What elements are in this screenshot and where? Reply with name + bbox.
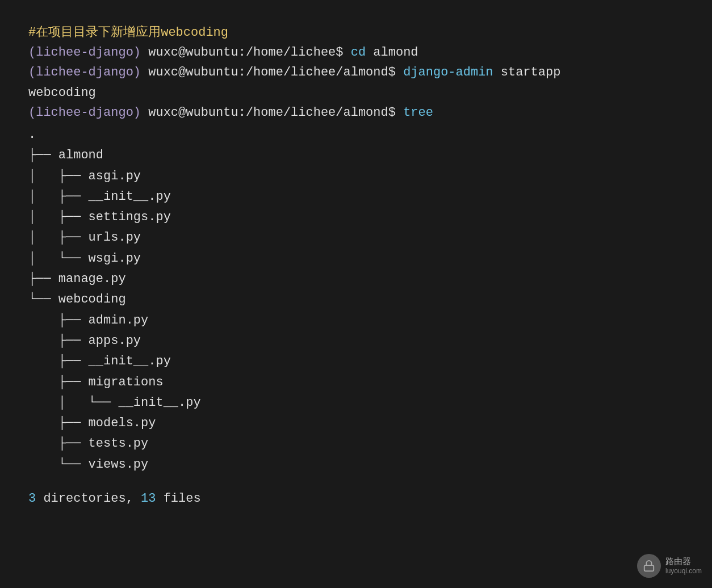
tree-line: ├── manage.py (28, 269, 684, 289)
tree-line: ├── migrations (28, 372, 684, 393)
watermark-url: luyouqi.com (665, 567, 702, 576)
tree-line: │ └── __init__.py (28, 393, 684, 413)
tree-line: │ ├── urls.py (28, 228, 684, 248)
watermark-icon (637, 554, 661, 578)
terminal-window: #在项目目录下新增应用webcoding (lichee-django) wux… (0, 0, 712, 531)
tree-line: │ ├── asgi.py (28, 166, 684, 187)
tree-line: ├── tests.py (28, 434, 684, 454)
watermark-brand: 路由器 (665, 556, 702, 567)
tree-line: └── webcoding (28, 289, 684, 310)
comment-line: #在项目目录下新增应用webcoding (28, 23, 684, 43)
cmd-line-1: (lichee-django) wuxc@wubuntu:/home/liche… (28, 43, 684, 62)
watermark-label: 路由器 luyouqi.com (665, 556, 702, 576)
tree-root: . (28, 125, 684, 145)
summary-num-dirs: 3 directories, 13 files (28, 492, 201, 506)
tree-line: ├── almond (28, 145, 684, 166)
tree-line: ├── models.py (28, 413, 684, 434)
tree-line: ├── admin.py (28, 310, 684, 331)
comment-text: #在项目目录下新增应用webcoding (28, 26, 228, 40)
watermark: 路由器 luyouqi.com (637, 554, 702, 578)
tree-output: . ├── almond │ ├── asgi.py │ ├── __init_… (28, 125, 684, 475)
tree-line: │ └── wsgi.py (28, 249, 684, 269)
tree-line: │ ├── __init__.py (28, 187, 684, 207)
cmd-line-2: (lichee-django) wuxc@wubuntu:/home/liche… (28, 62, 684, 82)
summary-line: 3 directories, 13 files (28, 489, 684, 509)
tree-line: ├── __init__.py (28, 351, 684, 372)
tree-line: └── views.py (28, 455, 684, 475)
cmd-line-2-cont: webcoding (28, 83, 684, 103)
svg-rect-0 (644, 565, 654, 571)
tree-line: ├── apps.py (28, 331, 684, 351)
cmd-line-3: (lichee-django) wuxc@wubuntu:/home/liche… (28, 103, 684, 123)
tree-line: │ ├── settings.py (28, 207, 684, 228)
